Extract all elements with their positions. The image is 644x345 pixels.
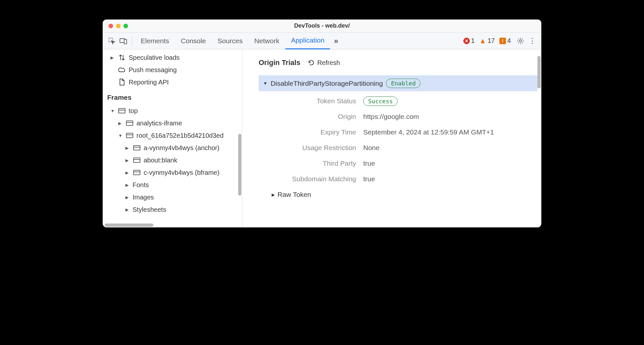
token-status-badge: Success <box>363 96 398 106</box>
detail-label: Origin <box>259 113 356 121</box>
frame-icon <box>125 121 134 126</box>
tab-sources[interactable]: Sources <box>212 32 249 49</box>
issue-count-value: 4 <box>507 37 511 45</box>
detail-value: September 4, 2024 at 12:59:59 AM GMT+1 <box>363 128 532 136</box>
warning-count-value: 17 <box>488 37 495 45</box>
svg-point-3 <box>520 40 522 42</box>
traffic-lights <box>103 24 128 28</box>
maximize-button[interactable] <box>123 24 128 28</box>
document-icon <box>118 78 126 86</box>
raw-token-row[interactable]: ▶ Raw Token <box>259 191 541 198</box>
detail-label: Token Status <box>259 97 356 105</box>
main-header: Origin Trials Refresh <box>259 58 541 67</box>
chevron-right-icon: ▶ <box>125 158 130 163</box>
content: ▶ Speculative loads <box>103 49 541 227</box>
sidebar-item-label: Reporting API <box>129 79 169 86</box>
frame-icon <box>133 158 141 163</box>
close-button[interactable] <box>109 24 113 28</box>
cloud-icon <box>118 67 126 73</box>
main-scrollbar-v[interactable] <box>537 56 541 88</box>
sidebar-item-push-messaging[interactable]: Push messaging <box>103 64 242 76</box>
frame-about-blank[interactable]: ▶ about:blank <box>103 154 242 166</box>
frame-icon <box>133 145 141 150</box>
device-toggle-icon[interactable] <box>118 35 129 47</box>
chevron-down-icon: ▼ <box>118 133 123 138</box>
error-count[interactable]: ✕ 1 <box>462 37 476 45</box>
chevron-right-icon: ▶ <box>110 55 115 60</box>
warning-count[interactable]: ▲ 17 <box>478 37 496 45</box>
frame-top[interactable]: ▼ top <box>103 105 242 117</box>
window-title: DevTools - web.dev/ <box>103 22 541 29</box>
issue-icon: ! <box>499 38 506 44</box>
svg-rect-2 <box>124 40 127 44</box>
sidebar-item-reporting-api[interactable]: Reporting API <box>103 76 242 88</box>
refresh-icon <box>308 59 315 66</box>
inspect-icon[interactable] <box>106 35 118 47</box>
toolbar: Elements Console Sources Network Applica… <box>103 32 541 49</box>
sidebar-item-speculative-loads[interactable]: ▶ Speculative loads <box>103 51 242 64</box>
frame-label: top <box>129 107 138 115</box>
frame-label: Fonts <box>133 181 149 189</box>
sidebar-scrollbar-v[interactable] <box>238 134 241 196</box>
chevron-right-icon: ▶ <box>125 146 130 150</box>
frame-analytics-iframe[interactable]: ▶ analytics-iframe <box>103 117 242 129</box>
main-heading: Origin Trials <box>259 58 300 67</box>
frame-bframe[interactable]: ▶ c-vynmy4vb4wys (bframe) <box>103 166 242 179</box>
trial-row[interactable]: ▼ DisableThirdPartyStoragePartitioning E… <box>259 75 537 91</box>
tab-application[interactable]: Application <box>285 32 330 49</box>
settings-icon[interactable] <box>515 35 526 47</box>
frames-header: Frames <box>103 88 242 105</box>
status-group[interactable]: ✕ 1 ▲ 17 ! 4 <box>462 37 512 45</box>
frame-label: Images <box>133 194 154 201</box>
frame-icon <box>133 170 141 175</box>
tab-console[interactable]: Console <box>175 32 212 49</box>
detail-value: Success <box>363 97 532 105</box>
error-icon: ✕ <box>463 38 470 44</box>
refresh-button[interactable]: Refresh <box>308 59 340 67</box>
separator <box>132 36 132 45</box>
frame-label: root_616a752e1b5d4210d3ed <box>136 132 224 139</box>
detail-label: Third Party <box>259 160 356 167</box>
frame-stylesheets[interactable]: ▶ Stylesheets <box>103 203 242 216</box>
devtools-window: DevTools - web.dev/ Elements Console Sou… <box>103 19 541 227</box>
detail-value: true <box>363 160 532 167</box>
frame-label: about:blank <box>144 157 177 164</box>
sidebar-scrollbar-h[interactable] <box>105 224 153 227</box>
frame-anchor[interactable]: ▶ a-vynmy4vb4wys (anchor) <box>103 142 242 154</box>
raw-token-label: Raw Token <box>277 191 311 198</box>
chevron-right-icon: ▶ <box>125 207 130 212</box>
speculative-loads-icon <box>118 54 126 61</box>
sidebar-item-label: Speculative loads <box>129 54 180 61</box>
detail-label: Usage Restriction <box>259 144 356 152</box>
tab-elements[interactable]: Elements <box>135 32 175 49</box>
more-tabs-icon[interactable]: » <box>330 35 342 47</box>
frame-label: Stylesheets <box>133 206 166 213</box>
frame-fonts[interactable]: ▶ Fonts <box>103 179 242 191</box>
detail-value: None <box>363 144 532 152</box>
trial-status-badge: Enabled <box>386 79 420 88</box>
titlebar: DevTools - web.dev/ <box>103 19 541 32</box>
trial-details: Token Status Success Origin https://goog… <box>259 97 541 183</box>
sidebar: ▶ Speculative loads <box>103 49 242 227</box>
issue-count[interactable]: ! 4 <box>498 37 512 45</box>
sidebar-item-label: Push messaging <box>129 66 177 74</box>
frame-icon <box>125 133 134 138</box>
frame-label: c-vynmy4vb4wys (bframe) <box>144 169 219 176</box>
tab-network[interactable]: Network <box>249 32 285 49</box>
frame-root[interactable]: ▼ root_616a752e1b5d4210d3ed <box>103 129 242 142</box>
detail-value: https://google.com <box>363 113 532 121</box>
chevron-right-icon: ▶ <box>125 195 130 200</box>
frame-label: a-vynmy4vb4wys (anchor) <box>144 144 219 152</box>
refresh-label: Refresh <box>317 59 340 67</box>
error-count-value: 1 <box>471 37 475 45</box>
warning-icon: ▲ <box>479 37 486 45</box>
kebab-menu-icon[interactable]: ⋮ <box>526 35 538 47</box>
minimize-button[interactable] <box>116 24 121 28</box>
chevron-down-icon: ▼ <box>263 81 267 86</box>
frame-images[interactable]: ▶ Images <box>103 191 242 203</box>
frame-icon <box>118 108 126 113</box>
trial-name: DisableThirdPartyStoragePartitioning <box>271 80 383 87</box>
chevron-right-icon: ▶ <box>125 183 130 187</box>
chevron-right-icon: ▶ <box>272 192 275 197</box>
main-panel: Origin Trials Refresh ▼ DisableThirdPart… <box>242 49 541 227</box>
